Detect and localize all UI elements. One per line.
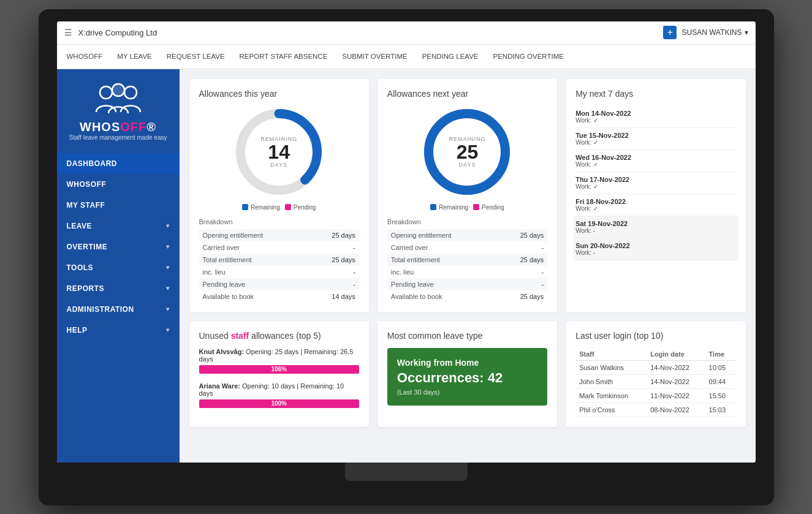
nav-pending-overtime[interactable]: PENDING OVERTIME [493, 53, 563, 60]
day-row: Wed 16-Nov-2022Work: ✓ [575, 150, 735, 172]
add-button[interactable]: + [663, 26, 677, 39]
breakdown-table-this-year: Opening entitlement25 daysCarried over-T… [199, 229, 359, 303]
staff-allowance-item: Ariana Ware: Opening: 10 days | Remainin… [199, 382, 359, 408]
leave-type-name: Working from Home [397, 358, 537, 368]
sidebar: WHOSOFF® Staff leave management made eas… [57, 69, 180, 463]
breakdown-title: Breakdown [199, 218, 359, 225]
leave-period: (Last 30 days) [397, 388, 537, 396]
day-row: Fri 18-Nov-2022Work: ✓ [575, 194, 735, 216]
sidebar-item-tools[interactable]: TOOLS ▾ [57, 257, 180, 278]
sidebar-item-reports[interactable]: REPORTS ▾ [57, 278, 180, 299]
last-login-card: Last user login (top 10) Staff Login dat… [566, 321, 745, 427]
nav-report-staff[interactable]: REPORT STAFF ABSENCE [240, 53, 328, 60]
table-row: Phil o'Cross08-Nov-202215:03 [575, 403, 735, 417]
logo-tagline: Staff leave management made easy [69, 134, 167, 141]
leave-type-display: Working from Home Occurrences: 42 (Last … [387, 348, 547, 406]
chevron-down-icon: ▾ [166, 306, 170, 312]
nav-pending-leave[interactable]: PENDING LEAVE [422, 53, 479, 60]
day-row: Tue 15-Nov-2022Work: ✓ [575, 128, 735, 150]
svg-point-1 [124, 86, 137, 99]
next-year-legend: Remaining Pending [387, 204, 547, 211]
allowances-next-year-card: Allowances next year REMAINING 25 DAYS [378, 79, 557, 312]
allowances-this-year-title: Allowances this year [199, 89, 359, 99]
day-row: Mon 14-Nov-2022Work: ✓ [575, 106, 735, 128]
breakdown-title-ny: Breakdown [387, 218, 547, 225]
day-row: Sat 19-Nov-2022Work: - [573, 216, 738, 238]
most-common-leave-card: Most common leave type Working from Home… [378, 321, 557, 427]
table-row: Susan Watkins14-Nov-202210:05 [575, 360, 735, 374]
days-list: Mon 14-Nov-2022Work: ✓Tue 15-Nov-2022Wor… [575, 106, 735, 260]
chevron-down-icon: ▾ [166, 243, 170, 250]
unused-staff-card: Unused staff allowances (top 5) Knut Alv… [189, 321, 369, 427]
allowances-next-year-title: Allowances next year [387, 89, 547, 99]
main-content: Allowances this year REMAINING 14 DAYS [180, 69, 756, 463]
user-menu[interactable]: SUSAN WATKINS ▾ [681, 28, 748, 37]
donut-next-year: REMAINING 25 DAYS [387, 106, 547, 198]
nav-whosoff[interactable]: WHOSOFF [67, 53, 103, 60]
table-row: Mark Tomkinson11-Nov-202215:50 [575, 388, 735, 403]
svg-point-0 [100, 86, 112, 99]
login-table: Staff Login date Time Susan Watkins14-No… [575, 348, 735, 417]
next7-title: My next 7 days [575, 89, 735, 99]
legend-remaining-ny: Remaining [430, 204, 468, 211]
leave-occurrences: Occurrences: 42 [397, 370, 537, 386]
app-title: X:drive Computing Ltd [78, 28, 157, 37]
login-col-staff: Staff [575, 348, 647, 361]
staff-allowance-item: Knut Alvsvåg: Opening: 25 days | Remaini… [199, 348, 359, 374]
nav-bar: WHOSOFF MY LEAVE REQUEST LEAVE REPORT ST… [57, 45, 756, 69]
sidebar-item-leave[interactable]: LEAVE ▾ [57, 216, 180, 236]
legend-pending: Pending [285, 204, 316, 211]
this-year-legend: Remaining Pending [199, 204, 359, 211]
chevron-down-icon: ▾ [166, 285, 170, 292]
donut-this-year: REMAINING 14 DAYS [199, 106, 359, 198]
legend-pending-ny: Pending [473, 204, 504, 211]
nav-submit-overtime[interactable]: SUBMIT OVERTIME [342, 53, 407, 60]
table-row: John Smith14-Nov-202209:44 [575, 374, 735, 388]
day-row: Thu 17-Nov-2022Work: ✓ [575, 172, 735, 194]
nav-request-leave[interactable]: REQUEST LEAVE [167, 53, 225, 60]
logo-text: WHOSOFF® [80, 121, 156, 133]
legend-remaining: Remaining [242, 204, 280, 211]
unused-staff-title: Unused staff allowances (top 5) [199, 331, 359, 341]
sidebar-item-overtime[interactable]: OVERTIME ▾ [57, 236, 180, 257]
hamburger-icon[interactable]: ☰ [64, 28, 72, 37]
day-row: Sun 20-Nov-2022Work: - [573, 238, 738, 260]
whosoff-logo [94, 81, 143, 118]
svg-point-2 [112, 84, 124, 96]
sidebar-menu: DASHBOARD WHOSOFF MY STAFF LEAVE ▾ OVERT… [57, 153, 180, 341]
login-col-date: Login date [647, 348, 705, 361]
unused-staff-list: Knut Alvsvåg: Opening: 25 days | Remaini… [199, 348, 359, 408]
sidebar-item-administration[interactable]: ADMINISTRATION ▾ [57, 299, 180, 320]
last-login-title: Last user login (top 10) [575, 331, 735, 341]
chevron-down-icon: ▾ [166, 327, 170, 333]
breakdown-table-next-year: Opening entitlement25 daysCarried over-T… [387, 229, 547, 303]
sidebar-item-my-staff[interactable]: MY STAFF [57, 195, 180, 216]
login-col-time: Time [705, 348, 736, 361]
most-common-leave-title: Most common leave type [387, 331, 547, 341]
chevron-down-icon: ▾ [166, 222, 170, 229]
chevron-down-icon: ▾ [166, 264, 170, 271]
sidebar-item-help[interactable]: HELP ▾ [57, 320, 180, 341]
allowances-this-year-card: Allowances this year REMAINING 14 DAYS [189, 79, 369, 312]
nav-my-leave[interactable]: MY LEAVE [117, 53, 151, 60]
chevron-down-icon: ▾ [745, 28, 748, 37]
next-7-days-card: My next 7 days Mon 14-Nov-2022Work: ✓Tue… [566, 79, 745, 312]
sidebar-item-whosoff[interactable]: WHOSOFF [57, 174, 180, 195]
sidebar-item-dashboard[interactable]: DASHBOARD [57, 153, 180, 174]
